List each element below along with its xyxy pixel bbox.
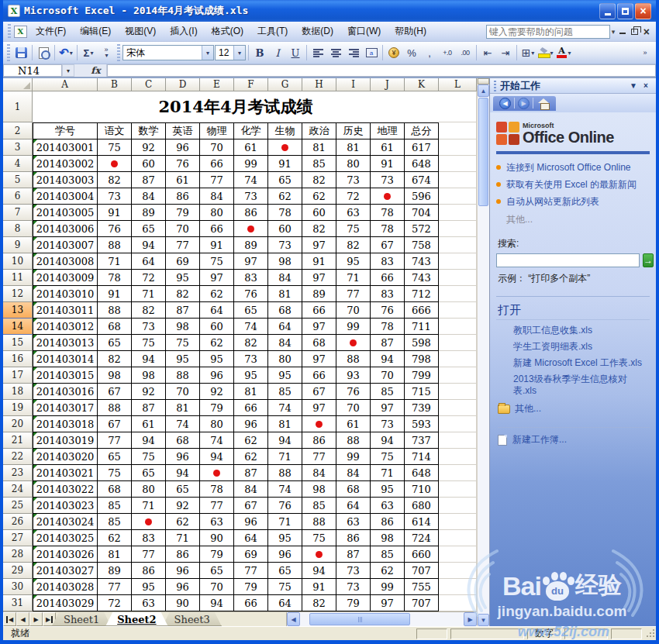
- grid-cell[interactable]: 739: [405, 400, 439, 416]
- grid-cell[interactable]: 73: [132, 319, 166, 335]
- grid-cell[interactable]: 74: [200, 432, 234, 449]
- grid-cell[interactable]: 65: [98, 335, 132, 351]
- grid-cell[interactable]: 99: [234, 156, 268, 172]
- open-other-link[interactable]: 其他...: [515, 403, 541, 415]
- grid-cell[interactable]: 82: [234, 335, 268, 351]
- grid-cell[interactable]: 201403014: [33, 351, 98, 367]
- grid-cell[interactable]: [439, 432, 477, 449]
- grid-cell[interactable]: 648: [405, 156, 439, 172]
- recent-file-link[interactable]: 教职工信息收集.xls: [513, 325, 650, 336]
- grid-cell[interactable]: 71: [268, 514, 302, 530]
- row-header[interactable]: 21: [3, 432, 33, 449]
- grid-cell[interactable]: 99: [371, 579, 405, 595]
- grid-cell[interactable]: [302, 416, 336, 432]
- column-header[interactable]: L: [439, 78, 477, 91]
- grid-cell[interactable]: 62: [166, 514, 200, 530]
- grid-cell[interactable]: 65: [268, 172, 302, 188]
- grid-cell[interactable]: 78: [371, 319, 405, 335]
- grid-cell[interactable]: [439, 237, 477, 253]
- grid-cell[interactable]: 96: [166, 563, 200, 579]
- grid-cell[interactable]: 69: [166, 253, 200, 270]
- grid-cell[interactable]: 96: [166, 579, 200, 595]
- grid-cell[interactable]: 81: [268, 416, 302, 432]
- grid-cell[interactable]: 799: [405, 367, 439, 384]
- grid-cell[interactable]: 85: [98, 514, 132, 530]
- grid-cell[interactable]: 95: [166, 270, 200, 286]
- row-header[interactable]: 11: [3, 270, 33, 286]
- increase-decimal-button[interactable]: +.0: [439, 44, 456, 61]
- grid-cell[interactable]: 62: [234, 449, 268, 465]
- grid-cell[interactable]: 201403019: [33, 432, 98, 449]
- grid-cell[interactable]: 71: [132, 286, 166, 302]
- grid-cell[interactable]: [336, 335, 371, 351]
- grid-cell[interactable]: [439, 384, 477, 400]
- grid-cell[interactable]: 201403009: [33, 270, 98, 286]
- grid-cell[interactable]: 97: [302, 400, 336, 416]
- grid-cell[interactable]: 84: [302, 465, 336, 481]
- grid-cell[interactable]: 755: [405, 579, 439, 595]
- grid-cell[interactable]: 83: [371, 253, 405, 270]
- grid-cell[interactable]: [302, 546, 336, 563]
- grid-cell[interactable]: 99: [336, 319, 371, 335]
- grid-cell[interactable]: 201403018: [33, 416, 98, 432]
- align-right-button[interactable]: [345, 44, 362, 61]
- grid-cell[interactable]: 75: [132, 449, 166, 465]
- grid-cell[interactable]: 60: [302, 205, 336, 221]
- grid-cell[interactable]: 73: [336, 563, 371, 579]
- row-header[interactable]: 15: [3, 335, 33, 351]
- grid-cell[interactable]: 67: [98, 384, 132, 400]
- grid-cell[interactable]: 97: [302, 351, 336, 367]
- search-input[interactable]: [496, 253, 640, 267]
- grid-cell[interactable]: 76: [371, 302, 405, 319]
- grid-cell[interactable]: 66: [200, 221, 234, 237]
- grid-cell[interactable]: 88: [268, 465, 302, 481]
- grid-cell[interactable]: 73: [234, 351, 268, 367]
- autosum-button[interactable]: Σ▾: [80, 44, 97, 61]
- row-header[interactable]: 9: [3, 237, 33, 253]
- grid-cell[interactable]: 64: [268, 319, 302, 335]
- grid-cell[interactable]: 94: [268, 432, 302, 449]
- table-header-cell[interactable]: 化学: [234, 122, 268, 139]
- column-header[interactable]: C: [132, 78, 166, 91]
- font-name-combo[interactable]: 宋体 ▾: [122, 45, 214, 60]
- underline-button[interactable]: U: [287, 44, 304, 61]
- grid-cell[interactable]: 598: [405, 335, 439, 351]
- grid-cell[interactable]: 91: [302, 253, 336, 270]
- row-header[interactable]: 16: [3, 351, 33, 367]
- grid-cell[interactable]: 82: [302, 172, 336, 188]
- grid-cell[interactable]: 82: [302, 221, 336, 237]
- grid-cell[interactable]: 87: [371, 335, 405, 351]
- grid-cell[interactable]: 201403024: [33, 514, 98, 530]
- grid-cell[interactable]: 64: [132, 253, 166, 270]
- grid-cell[interactable]: 62: [234, 432, 268, 449]
- grid-cell[interactable]: 77: [166, 237, 200, 253]
- grid-cell[interactable]: 81: [336, 139, 371, 156]
- grid-cell[interactable]: 97: [371, 400, 405, 416]
- menu-item[interactable]: 格式(O): [205, 22, 250, 41]
- table-header-cell[interactable]: 历史: [336, 122, 371, 139]
- decrease-decimal-button[interactable]: .00: [457, 44, 474, 61]
- grid-cell[interactable]: 89: [132, 205, 166, 221]
- table-header-cell[interactable]: 语文: [98, 122, 132, 139]
- grid-cell[interactable]: 201403025: [33, 530, 98, 546]
- grid-cell[interactable]: 71: [268, 449, 302, 465]
- grid-cell[interactable]: 88: [336, 351, 371, 367]
- merge-center-button[interactable]: a: [363, 44, 380, 61]
- grid-cell[interactable]: 86: [302, 432, 336, 449]
- grid-cell[interactable]: [439, 319, 477, 335]
- grid-cell[interactable]: 71: [98, 253, 132, 270]
- column-header[interactable]: G: [268, 78, 302, 91]
- grid-cell[interactable]: 94: [200, 449, 234, 465]
- row-header[interactable]: 24: [3, 481, 33, 498]
- grid-cell[interactable]: 758: [405, 237, 439, 253]
- grid-cell[interactable]: 80: [336, 156, 371, 172]
- grid-cell[interactable]: [439, 400, 477, 416]
- grid-cell[interactable]: 201403020: [33, 449, 98, 465]
- office-online-link[interactable]: 自动从网站更新此列表: [506, 196, 599, 208]
- scroll-right-button[interactable]: ▶: [464, 612, 477, 626]
- grid-cell[interactable]: 66: [302, 302, 336, 319]
- menu-item[interactable]: 文件(F): [29, 22, 73, 41]
- grid-cell[interactable]: [234, 221, 268, 237]
- grid-cell[interactable]: 87: [336, 546, 371, 563]
- grid-cell[interactable]: 201403027: [33, 563, 98, 579]
